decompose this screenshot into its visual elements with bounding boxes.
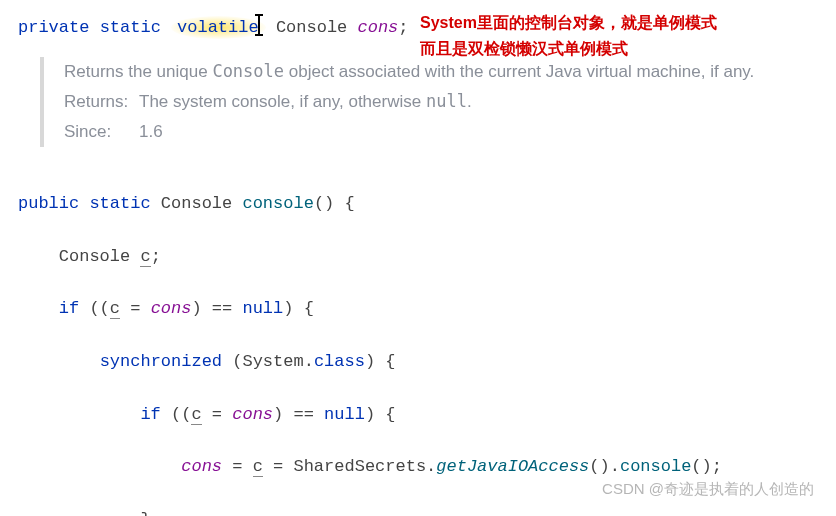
javadoc-returns-label: Returns: — [64, 87, 139, 117]
javadoc-null: null — [426, 91, 467, 111]
javadoc-since: Since:1.6 — [64, 117, 818, 147]
keyword-private: private — [18, 18, 89, 37]
field-cons: cons — [358, 18, 399, 37]
javadoc-since-label: Since: — [64, 117, 139, 147]
annotation-line1: System里面的控制台对象，就是单例模式 — [420, 10, 717, 36]
javadoc-type: Console — [212, 61, 284, 81]
code-line: synchronized (System.class) { — [18, 349, 818, 375]
code-line: Console c; — [18, 244, 818, 270]
javadoc-since-value: 1.6 — [139, 122, 163, 141]
keyword-volatile-highlight: volatile — [171, 16, 266, 39]
code-line: public static Console console() { — [18, 191, 818, 217]
keyword-volatile: volatile — [177, 18, 259, 37]
annotation-line2: 而且是双检锁懒汉式单例模式 — [420, 36, 717, 62]
annotation-comment: System里面的控制台对象，就是单例模式 而且是双检锁懒汉式单例模式 — [420, 10, 717, 61]
keyword-static: static — [100, 18, 161, 37]
text-cursor-icon — [259, 12, 260, 32]
code-line: if ((c = cons) == null) { — [18, 402, 818, 428]
method-console: public static Console console() { Consol… — [18, 165, 818, 516]
code-line: if ((c = cons) == null) { — [18, 296, 818, 322]
watermark: CSDN @奇迹是执着的人创造的 — [602, 477, 814, 500]
method-name: console — [242, 194, 313, 213]
javadoc-block: Returns the unique Console object associ… — [40, 57, 818, 146]
javadoc-returns: Returns:The system console, if any, othe… — [64, 87, 818, 117]
javadoc-description: Returns the unique Console object associ… — [64, 57, 818, 87]
code-line: } — [18, 507, 818, 516]
type-console: Console — [276, 18, 347, 37]
